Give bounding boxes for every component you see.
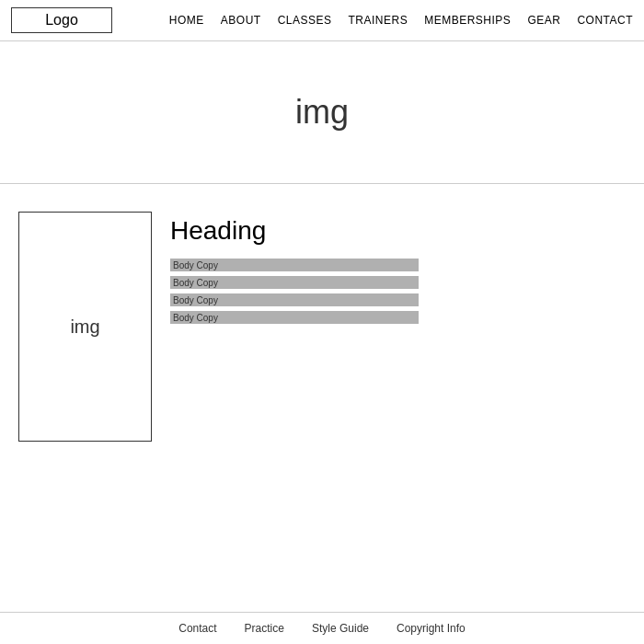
content-section: img Heading Body CopyBody CopyBody CopyB… [0,184,644,460]
footer-link-style-guide[interactable]: Style Guide [312,622,369,635]
hero-image-placeholder: img [295,93,349,132]
nav-item-gear[interactable]: GEAR [527,14,560,27]
logo-label: Logo [45,12,78,28]
footer-link-copyright-info[interactable]: Copyright Info [397,622,466,635]
footer-link-practice[interactable]: Practice [245,622,284,635]
content-heading: Heading [170,216,626,246]
body-copy-row-2: Body Copy [170,293,419,306]
hero-section: img [0,41,644,184]
body-copy-row-1: Body Copy [170,276,419,289]
content-text-area: Heading Body CopyBody CopyBody CopyBody … [170,212,626,442]
main-nav: HOMEABOUTCLASSESTRAINERSMEMBERSHIPSGEARC… [169,14,633,27]
content-img-label: img [70,316,99,338]
nav-item-memberships[interactable]: MEMBERSHIPS [424,14,511,27]
body-copy-rows: Body CopyBody CopyBody CopyBody Copy [170,259,626,324]
footer: ContactPracticeStyle GuideCopyright Info [0,612,644,644]
nav-item-trainers[interactable]: TRAINERS [349,14,408,27]
nav-item-home[interactable]: HOME [169,14,204,27]
body-copy-label-1: Body Copy [170,278,218,288]
body-copy-label-3: Body Copy [170,313,218,323]
nav-item-about[interactable]: ABOUT [221,14,261,27]
body-copy-label-2: Body Copy [170,295,218,305]
logo[interactable]: Logo [11,7,112,33]
nav-item-classes[interactable]: CLASSES [278,14,332,27]
header: Logo HOMEABOUTCLASSESTRAINERSMEMBERSHIPS… [0,0,644,41]
body-copy-row-3: Body Copy [170,311,419,324]
body-copy-label-0: Body Copy [170,260,218,270]
body-copy-row-0: Body Copy [170,259,419,271]
footer-link-contact[interactable]: Contact [178,622,216,635]
nav-item-contact[interactable]: CONTACT [577,14,633,27]
content-image-placeholder: img [18,212,152,442]
